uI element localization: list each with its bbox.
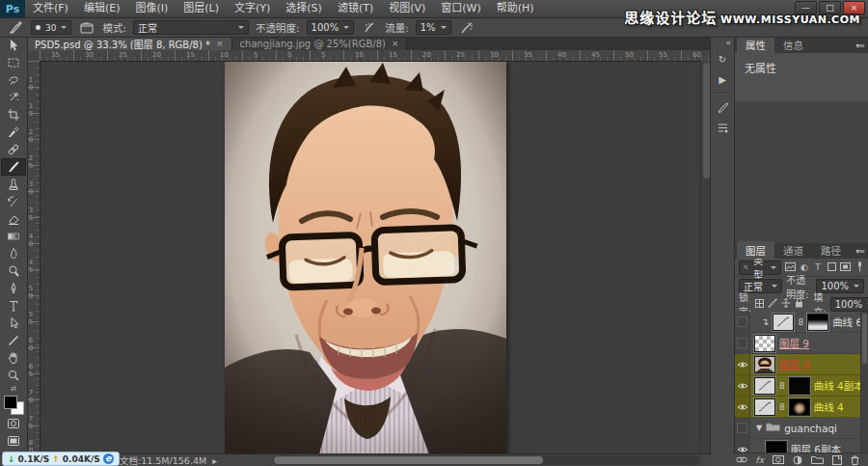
close-tab-icon[interactable]: × <box>392 39 399 48</box>
quick-mask-button[interactable] <box>1 415 26 432</box>
new-group-button[interactable] <box>811 454 824 465</box>
swap-colors-icon[interactable]: ⇄ <box>11 386 16 393</box>
crop-tool[interactable] <box>1 106 26 123</box>
expand-panels-icon[interactable]: « <box>725 38 731 47</box>
visibility-toggle[interactable] <box>735 333 750 353</box>
filter-shape-icon[interactable] <box>827 262 836 273</box>
layer-mask-thumbnail[interactable] <box>789 377 810 395</box>
visibility-toggle[interactable] <box>735 397 750 417</box>
toggle-brush-panel-button[interactable] <box>78 20 95 36</box>
actions-panel-icon[interactable]: ▶ <box>713 71 732 88</box>
airbrush-toggle-icon[interactable] <box>458 20 475 36</box>
close-tab-icon[interactable]: × <box>216 39 224 48</box>
pen-tool[interactable] <box>1 280 26 297</box>
visibility-toggle[interactable] <box>735 439 750 453</box>
hand-tool[interactable] <box>1 349 26 367</box>
pressure-opacity-icon[interactable] <box>361 20 378 36</box>
brush-preset-picker[interactable]: 30 <box>31 20 71 35</box>
menu-layer[interactable]: 图层(L) <box>176 0 227 17</box>
menu-file[interactable]: 文件(F) <box>25 0 76 17</box>
tool-presets-panel-icon[interactable] <box>713 99 732 116</box>
layer-name[interactable]: 曲线 4副本 <box>814 378 861 393</box>
path-selection-tool[interactable] <box>1 315 26 332</box>
layer-name[interactable]: 曲线 6 <box>832 315 861 329</box>
clone-stamp-tool[interactable] <box>1 176 26 193</box>
lock-transparency-icon[interactable] <box>755 299 764 310</box>
add-mask-button[interactable] <box>773 454 784 465</box>
brush-tool[interactable] <box>1 158 26 176</box>
dodge-tool[interactable] <box>1 262 26 280</box>
portrait-photo-canvas[interactable] <box>225 61 506 454</box>
panel-menu-icon[interactable]: ▾≡ <box>855 247 864 256</box>
type-tool[interactable] <box>1 297 26 315</box>
layer-row-layer-8[interactable]: 图层 8 <box>735 354 861 375</box>
quick-selection-tool[interactable] <box>1 89 26 106</box>
layer-list-scrollbar[interactable] <box>860 312 868 453</box>
layer-name[interactable]: guanchaqi <box>784 423 837 434</box>
tab-layers[interactable]: 图层 <box>737 241 774 259</box>
foreground-color-chip[interactable] <box>4 396 17 409</box>
horizontal-scrollbar[interactable] <box>273 455 700 465</box>
history-panel-icon[interactable]: ↻ <box>713 51 732 68</box>
layer-mask-thumbnail[interactable] <box>789 398 810 416</box>
blur-tool[interactable] <box>1 245 26 262</box>
menu-window[interactable]: 窗口(W) <box>433 0 488 17</box>
new-layer-button[interactable] <box>832 454 842 465</box>
layer-thumbnail[interactable] <box>754 356 775 373</box>
delete-layer-button[interactable] <box>851 454 859 465</box>
marquee-tool[interactable] <box>1 54 26 71</box>
ie-browser-icon[interactable]: e <box>103 453 114 464</box>
filter-adjustment-icon[interactable]: ◐ <box>800 262 809 272</box>
scrollbar-thumb[interactable] <box>274 456 543 464</box>
new-adjustment-layer-button[interactable] <box>793 454 802 465</box>
visibility-toggle[interactable] <box>735 375 750 396</box>
move-tool[interactable] <box>1 37 26 54</box>
screen-mode-button[interactable] <box>1 432 26 450</box>
group-expand-icon[interactable]: ▼ <box>756 424 762 432</box>
opacity-input[interactable]: 100% <box>307 20 355 35</box>
gradient-tool[interactable] <box>1 228 26 245</box>
layer-row-curves-4[interactable]: 8 曲线 4 <box>735 397 861 418</box>
tab-info[interactable]: 信息 <box>774 36 812 53</box>
lasso-tool[interactable] <box>1 71 26 89</box>
layer-name[interactable]: 图层 9 <box>779 336 809 350</box>
spot-healing-tool[interactable] <box>1 141 26 158</box>
shape-tool[interactable] <box>1 332 26 349</box>
filter-smart-object-icon[interactable] <box>840 262 851 273</box>
visibility-toggle[interactable] <box>735 312 750 332</box>
doc-tab-changjiang[interactable]: changjiang.jpg @ 25%(RGB/8) × <box>232 37 408 50</box>
fill-input[interactable]: 100% <box>830 297 868 312</box>
menu-help[interactable]: 帮助(H) <box>489 0 542 17</box>
status-popup-arrow-icon[interactable]: ▸ <box>212 455 217 466</box>
canvas-pasteboard[interactable] <box>40 61 701 454</box>
menu-type[interactable]: 文字(Y) <box>227 0 278 17</box>
menu-edit[interactable]: 编辑(E) <box>76 0 128 17</box>
visibility-toggle[interactable] <box>735 354 750 374</box>
horizontal-ruler[interactable]: 35 30 25 20 15 10 5 0 5 10 15 20 25 30 3… <box>40 50 712 62</box>
menu-select[interactable]: 选择(S) <box>278 0 330 17</box>
zoom-tool[interactable] <box>1 367 26 384</box>
menu-view[interactable]: 视图(V) <box>381 0 433 17</box>
filter-type-icon[interactable]: T <box>813 262 823 272</box>
doc-tab-psd5[interactable]: PSD5.psd @ 33.3% (图层 8, RGB/8) * × <box>27 37 232 50</box>
layer-style-button[interactable]: fx <box>756 454 765 465</box>
layer-thumbnail[interactable] <box>766 441 787 454</box>
curves-adjustment-thumbnail[interactable] <box>773 314 794 331</box>
lock-position-icon[interactable] <box>781 298 791 310</box>
blend-mode-select[interactable]: 正常 <box>133 20 249 35</box>
menu-image[interactable]: 图像(I) <box>127 0 176 17</box>
layer-row-group-guanchaqi[interactable]: ▼ guanchaqi <box>735 418 861 439</box>
tab-paths[interactable]: 路径 <box>812 241 850 259</box>
brush-presets-panel-icon[interactable] <box>713 120 732 136</box>
tab-channels[interactable]: 通道 <box>774 241 812 259</box>
layer-name[interactable]: 曲线 4 <box>814 399 844 414</box>
layer-row-curves-4-copy[interactable]: 8 曲线 4副本 <box>735 375 861 397</box>
vertical-ruler[interactable]: 10 15 20 25 30 35 40 45 50 55 60 65 70 7… <box>27 61 41 454</box>
layer-mask-thumbnail[interactable] <box>807 314 828 331</box>
lock-all-icon[interactable] <box>795 298 803 310</box>
panel-menu-icon[interactable]: ▾≡ <box>855 41 864 50</box>
scrollbar-thumb[interactable] <box>862 314 867 364</box>
filter-pin-icon[interactable] <box>854 261 864 274</box>
curves-adjustment-thumbnail[interactable] <box>754 398 775 416</box>
visibility-toggle[interactable] <box>735 418 750 438</box>
